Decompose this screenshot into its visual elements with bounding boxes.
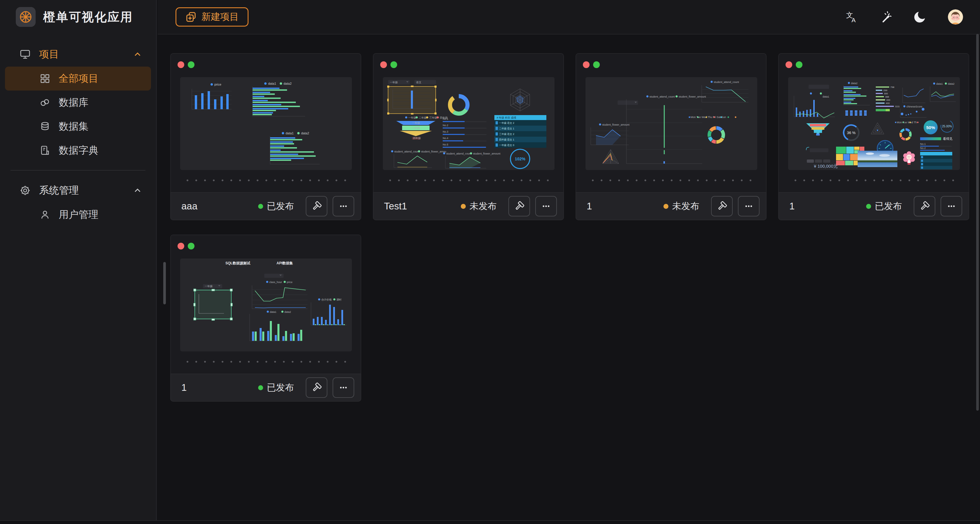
svg-text:No.3: No.3: [443, 130, 448, 133]
legend-price: price: [214, 83, 221, 86]
project-card[interactable]: 一年级 语文 一年级 二年级 三年级 四年级 一年级 二年级 四年级: [373, 53, 564, 220]
legend-grade2: 二年级: [419, 116, 426, 119]
table-row: 一年级 语文 0: [499, 144, 514, 147]
sidebar-item-database[interactable]: 数据库: [5, 91, 151, 115]
sidebar-section-label: 项目: [39, 48, 132, 61]
legend-data1: data1: [268, 82, 276, 85]
sidebar-menu: 项目 全部项目 数据库 数据集: [0, 42, 156, 227]
project-card[interactable]: price data1 data2 data1: [170, 53, 361, 220]
sidebar-item-label: 数据集: [59, 120, 89, 133]
card-dot-green: [796, 61, 802, 68]
sidebar-item-all-projects[interactable]: 全部项目: [5, 67, 151, 91]
more-actions-button[interactable]: [940, 196, 962, 217]
more-actions-button[interactable]: [332, 196, 354, 217]
chevron-up-icon[interactable]: [132, 49, 143, 59]
status-label: 已发布: [875, 200, 902, 212]
pct-50: 50%: [926, 125, 935, 130]
thumbnail-dots-row: [791, 179, 958, 182]
table-row: 二年级 语文 1: [499, 127, 514, 130]
legend-data1: data1: [822, 95, 829, 98]
topbar-icons: 文 A: [845, 10, 963, 24]
sidebar-item-dictionary[interactable]: 数据字典: [5, 139, 151, 162]
funnel-seg1: 一年级: [412, 121, 420, 124]
more-actions-button[interactable]: [535, 196, 557, 217]
svg-text:No.2: No.2: [443, 124, 448, 127]
hammer-icon: [311, 382, 322, 393]
pct-25: 25.00%: [942, 125, 952, 128]
status-badge: 未发布: [461, 200, 497, 212]
legend-total-price: 合计价格: [321, 298, 332, 301]
sidebar-section-label: 系统管理: [39, 184, 132, 197]
sidebar: 橙单可视化应用 项目 全部项目 数据库: [0, 0, 157, 524]
legend-class-hour: class_hour: [269, 281, 282, 284]
svg-text:1111: 1111: [895, 105, 900, 108]
status-dot: [258, 204, 263, 209]
edit-hammer-button[interactable]: [508, 196, 530, 217]
sidebar-item-users[interactable]: 用户管理: [5, 203, 151, 227]
legend-data2: data2: [851, 82, 858, 85]
sidebar-section-system[interactable]: 系统管理: [0, 178, 156, 203]
ellipsis-icon: [946, 201, 957, 212]
link-icon: [40, 97, 51, 108]
magic-wand-icon[interactable]: [879, 10, 892, 24]
topbar: 新建项目 文 A: [158, 0, 980, 35]
edit-hammer-button[interactable]: [711, 196, 733, 217]
user-avatar[interactable]: [948, 10, 963, 24]
hammer-icon: [919, 201, 930, 212]
status-dot: [258, 385, 263, 390]
svg-text:499: 499: [886, 102, 890, 105]
project-card[interactable]: student_attend_count student_attend_coun…: [576, 53, 767, 220]
thumbnail-dashboard-preview: SQL数据源测试 API数据集 一年级 class_hour price d: [180, 258, 352, 351]
monitor-icon: [19, 48, 31, 60]
edit-hammer-button[interactable]: [914, 196, 935, 217]
thumbnail-dashboard-preview: price data1 data2 data1: [180, 77, 352, 170]
sidebar-scrollbar-thumb[interactable]: [163, 262, 166, 304]
legend-data1: data1: [270, 311, 277, 314]
thumbnail-dots-row: [386, 179, 553, 182]
legend-chinese-score: chineseScore: [907, 105, 923, 108]
svg-text:300: 300: [884, 92, 888, 95]
project-card-footer: Test1 未发布: [373, 192, 564, 220]
chevron-up-icon[interactable]: [132, 185, 143, 195]
new-project-icon: [185, 11, 197, 23]
table-row: 四年级 语文 1: [499, 138, 514, 141]
ellipsis-icon: [541, 201, 552, 212]
edit-hammer-button[interactable]: [306, 377, 327, 398]
legend-attend: student_attend_count: [714, 81, 739, 84]
legend-hours: 课时: [336, 298, 342, 301]
project-card[interactable]: SQL数据源测试 API数据集 一年级 class_hour price d: [170, 234, 361, 401]
card-dot-green: [188, 61, 194, 68]
panel-title-api: API数据集: [277, 261, 293, 265]
new-project-button[interactable]: 新建项目: [175, 7, 248, 27]
project-card-footer: 1 未发布: [576, 192, 767, 220]
sidebar-item-dataset[interactable]: 数据集: [5, 115, 151, 139]
translate-glyph-latin: A: [851, 17, 856, 23]
dark-mode-moon-icon[interactable]: [913, 10, 927, 24]
thumbnail-dashboard-preview: student_attend_count student_attend_coun…: [585, 77, 757, 170]
card-dot-red: [380, 61, 387, 68]
dropdown-value: 一年级: [205, 285, 213, 288]
sidebar-section-projects[interactable]: 项目: [0, 42, 156, 67]
legend-attend: student_attend_count: [394, 150, 420, 153]
content-scrollbar-thumb[interactable]: [976, 34, 979, 411]
gauge-value: 102%: [515, 156, 525, 161]
legend-data1: data1: [286, 131, 294, 135]
more-actions-button[interactable]: [332, 377, 354, 398]
app-root: { "app": { "title": "橙单可视化应用" }, "topbar…: [0, 0, 980, 524]
thumbnail-dashboard-preview: 一年级 语文 一年级 二年级 三年级 四年级 一年级 二年级 四年级: [383, 77, 555, 170]
card-dot-red: [178, 243, 184, 249]
project-name: 1: [181, 382, 258, 393]
project-thumbnail: data1 data2 798 299 300 388 499: [788, 77, 960, 170]
legend-attend: student_attend_count: [649, 95, 675, 98]
project-card[interactable]: data1 data2 798 299 300 388 499: [778, 53, 969, 220]
edit-hammer-button[interactable]: [306, 196, 327, 217]
thumbnail-dashboard-preview: data1 data2 798 299 300 388 499: [788, 77, 960, 170]
status-label: 未发布: [672, 200, 699, 212]
thumbnail-dots-row: [183, 361, 350, 363]
hammer-icon: [716, 201, 727, 212]
more-actions-button[interactable]: [738, 196, 759, 217]
card-dot-green: [390, 61, 397, 68]
project-name: 1: [789, 201, 866, 212]
status-badge: 未发布: [663, 200, 699, 212]
translate-icon[interactable]: 文 A: [845, 10, 858, 24]
